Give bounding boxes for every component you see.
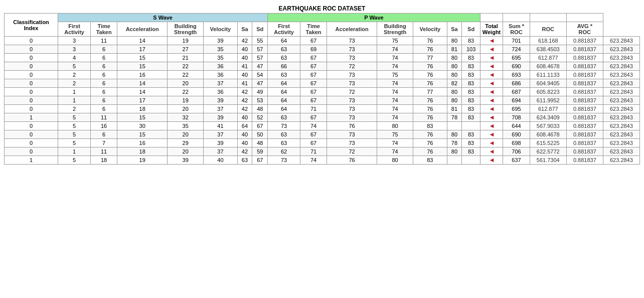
- cell-p-bs: 74: [377, 79, 413, 88]
- cell-s-sa: 40: [237, 139, 252, 147]
- cell-p-bs: 74: [377, 96, 413, 105]
- cell-classification: 0: [5, 130, 58, 139]
- table-row: 0361727354057636973747681103◀724638.4503…: [5, 45, 640, 54]
- cell-avg-roc: 623.2843: [603, 45, 639, 54]
- cell-s-fa: 3: [58, 37, 91, 45]
- cell-s-sd: 48: [252, 105, 268, 113]
- cell-p-bs: 74: [377, 105, 413, 113]
- col-s-velocity: Velocity: [204, 22, 237, 37]
- cell-p-acc: 73: [327, 79, 377, 88]
- cell-arrow: ◀: [480, 45, 503, 54]
- cell-avg-roc: 623.2843: [603, 113, 639, 122]
- cell-arrow: ◀: [480, 113, 503, 122]
- cell-p-sd-empty: [462, 122, 480, 130]
- cell-s-vel: 36: [204, 88, 237, 96]
- col-sum-roc: Sum *ROC: [503, 22, 530, 37]
- table-title: EARTHQUAKE ROC DATASET: [5, 4, 640, 14]
- col-roc: ROC: [530, 22, 566, 37]
- col-s-acceleration: Acceleration: [117, 22, 168, 37]
- cell-s-sd: 48: [252, 139, 268, 147]
- cell-arrow: ◀: [480, 62, 503, 71]
- cell-classification: 1: [5, 156, 58, 165]
- cell-p-sa: 78: [447, 139, 462, 147]
- cell-s-sa: 40: [237, 54, 252, 62]
- cell-avg-roc: 623.2843: [603, 88, 639, 96]
- cell-s-tt: 6: [91, 54, 117, 62]
- cell-s-sa: 40: [237, 71, 252, 79]
- cell-s-sd: 53: [252, 96, 268, 105]
- cell-p-bs: 74: [377, 88, 413, 96]
- cell-p-tt: 71: [300, 147, 327, 156]
- cell-s-fa: 4: [58, 54, 91, 62]
- cell-p-acc: 73: [327, 105, 377, 113]
- cell-s-bs: 19: [168, 96, 204, 105]
- cell-p-acc: 73: [327, 139, 377, 147]
- cell-total-weight: 687: [503, 88, 530, 96]
- cell-s-bs: 22: [168, 88, 204, 96]
- cell-s-fa: 1: [58, 147, 91, 156]
- cell-s-vel: 39: [204, 96, 237, 105]
- cell-s-bs: 32: [168, 113, 204, 122]
- cell-classification: 0: [5, 54, 58, 62]
- cell-p-acc: 73: [327, 37, 377, 45]
- cell-s-bs: 20: [168, 130, 204, 139]
- cell-s-tt: 16: [91, 122, 117, 130]
- cell-p-fa: 63: [268, 113, 300, 122]
- cell-s-fa: 5: [58, 130, 91, 139]
- cell-p-bs: 75: [377, 71, 413, 79]
- cell-s-sa: 41: [237, 79, 252, 88]
- cell-sum-roc: 608.4678: [530, 62, 566, 71]
- cell-sum-roc: 612.877: [530, 105, 566, 113]
- col-s-time-taken: TimeTaken: [91, 22, 117, 37]
- cell-s-acc: 18: [117, 147, 168, 156]
- cell-roc: 0.881837: [566, 79, 603, 88]
- cell-arrow: ◀: [480, 54, 503, 62]
- cell-total-weight: 695: [503, 105, 530, 113]
- cell-s-bs: 21: [168, 54, 204, 62]
- col-s-building-strength: BuildingStrength: [168, 22, 204, 37]
- cell-s-bs: 20: [168, 147, 204, 156]
- cell-s-fa: 2: [58, 71, 91, 79]
- cell-s-tt: 11: [91, 113, 117, 122]
- cell-s-sd: 67: [252, 122, 268, 130]
- cell-p-bs: 74: [377, 113, 413, 122]
- cell-s-sa: 63: [237, 156, 252, 165]
- table-row: 026182037424864717374768183◀695612.8770.…: [5, 105, 640, 113]
- cell-p-sa: 81: [447, 105, 462, 113]
- cell-s-tt: 6: [91, 62, 117, 71]
- cell-s-acc: 16: [117, 139, 168, 147]
- table-row: 056152236414766677274768083◀690608.46780…: [5, 62, 640, 71]
- cell-p-bs: 74: [377, 54, 413, 62]
- col-header-tw-empty: [480, 14, 503, 22]
- cell-p-vel: 76: [413, 79, 447, 88]
- cell-p-sa: 80: [447, 130, 462, 139]
- cell-s-sd: 49: [252, 88, 268, 96]
- table-body: 0311141939425564677375768083◀701618.1680…: [5, 37, 640, 165]
- cell-total-weight: 694: [503, 96, 530, 105]
- cell-sum-roc: 624.3409: [530, 113, 566, 122]
- cell-s-vel: 37: [204, 130, 237, 139]
- cell-p-sd: 83: [462, 79, 480, 88]
- cell-s-bs: 20: [168, 105, 204, 113]
- cell-s-sd: 47: [252, 79, 268, 88]
- cell-s-sd: 57: [252, 45, 268, 54]
- cell-total-weight: 708: [503, 113, 530, 122]
- cell-avg-roc: 623.2843: [603, 156, 639, 165]
- cell-p-tt: 67: [300, 113, 327, 122]
- cell-p-acc: 72: [327, 62, 377, 71]
- cell-p-sd: 83: [462, 96, 480, 105]
- cell-total-weight: 701: [503, 37, 530, 45]
- col-p-first-activity: FirstActivity: [268, 22, 300, 37]
- cell-sum-roc: 611.1133: [530, 71, 566, 79]
- cell-p-vel: 76: [413, 113, 447, 122]
- col-header-aroc-empty: [566, 14, 603, 22]
- cell-sum-roc: 622.5772: [530, 147, 566, 156]
- cell-sum-roc: 618.168: [530, 37, 566, 45]
- cell-p-fa: 64: [268, 37, 300, 45]
- cell-total-weight: 706: [503, 147, 530, 156]
- cell-p-bs: 75: [377, 37, 413, 45]
- cell-roc: 0.881837: [566, 147, 603, 156]
- cell-s-tt: 11: [91, 147, 117, 156]
- col-p-velocity: Velocity: [413, 22, 447, 37]
- cell-s-tt: 6: [91, 130, 117, 139]
